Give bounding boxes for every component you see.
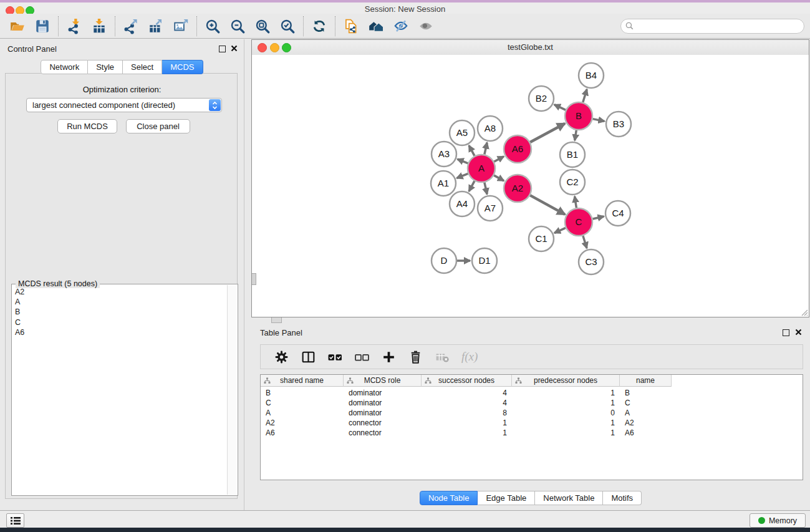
graph-edge-C-C3[interactable] <box>583 236 587 248</box>
mcds-result-item[interactable]: A6 <box>15 327 227 337</box>
export-table-icon[interactable] <box>148 18 164 34</box>
graph-edge-A2-C[interactable] <box>530 195 565 215</box>
show-eye-icon[interactable] <box>418 18 434 34</box>
graph-edge-A-A6[interactable] <box>494 157 504 162</box>
split-columns-icon[interactable] <box>301 349 316 365</box>
close-panel-button[interactable]: Close panel <box>126 119 190 133</box>
panel-divider[interactable] <box>244 39 244 510</box>
graph-node-B4[interactable]: B4 <box>579 63 604 88</box>
tab-motifs[interactable]: Motifs <box>603 491 642 505</box>
zoom-out-icon[interactable] <box>229 18 246 34</box>
table-cell[interactable]: dominator <box>344 409 422 417</box>
graph-edge-A-A8[interactable] <box>485 143 487 155</box>
table-cell[interactable]: B <box>620 389 672 397</box>
graph-edge-A-A3[interactable] <box>458 159 468 163</box>
duplicate-network-icon[interactable] <box>343 18 359 34</box>
graph-edge-A-A5[interactable] <box>469 145 475 156</box>
refresh-view-icon[interactable] <box>311 18 327 34</box>
import-network-icon[interactable] <box>66 18 82 34</box>
column-header-mcds-role[interactable]: MCDS role <box>344 375 422 387</box>
graph-node-C1[interactable]: C1 <box>529 226 554 251</box>
table-cell[interactable]: 1 <box>512 428 620 437</box>
mcds-result-item[interactable]: A2 <box>15 287 227 297</box>
splitter-handle-vertical[interactable] <box>252 273 256 285</box>
table-cell[interactable]: 1 <box>512 418 620 427</box>
table-cell[interactable]: dominator <box>344 389 422 397</box>
graph-edge-A-A2[interactable] <box>494 175 504 181</box>
table-cell[interactable]: 8 <box>422 409 512 417</box>
table-cell[interactable]: A <box>620 409 672 417</box>
tab-network-table[interactable]: Network Table <box>535 491 603 505</box>
function-builder-icon[interactable]: f(x) <box>461 350 478 364</box>
graph-node-A2[interactable]: A2 <box>504 175 531 202</box>
search-input[interactable] <box>634 21 804 32</box>
graph-node-A5[interactable]: A5 <box>450 120 475 145</box>
table-cell[interactable]: 1 <box>422 428 512 437</box>
graph-node-A4[interactable]: A4 <box>450 191 475 216</box>
graph-edge-C-C4[interactable] <box>593 216 604 219</box>
window-resize-grip[interactable] <box>799 307 808 316</box>
graph-node-A6[interactable]: A6 <box>504 135 531 163</box>
close-panel-icon[interactable] <box>231 45 238 52</box>
zoom-fit-icon[interactable] <box>254 18 271 34</box>
table-cell[interactable]: C <box>261 399 344 407</box>
graph-node-A[interactable]: A <box>468 155 495 182</box>
close-table-panel-icon[interactable] <box>795 329 802 336</box>
table-cell[interactable]: 4 <box>422 399 512 407</box>
table-cell[interactable]: connector <box>344 428 422 437</box>
tab-mcds[interactable]: MCDS <box>162 60 203 74</box>
task-history-button[interactable] <box>6 513 24 528</box>
graph-node-D[interactable]: D <box>432 248 456 273</box>
tab-edge-table[interactable]: Edge Table <box>478 491 535 505</box>
float-panel-icon[interactable] <box>219 46 226 52</box>
import-table-icon[interactable] <box>91 18 107 34</box>
memory-button[interactable]: Memory <box>750 513 806 528</box>
column-header-shared-name[interactable]: shared name <box>261 375 344 387</box>
column-header-name[interactable]: name <box>620 375 672 387</box>
delete-columns-icon[interactable] <box>408 349 423 365</box>
graph-node-B[interactable]: B <box>565 102 592 130</box>
table-cell[interactable]: 1 <box>512 399 620 407</box>
graph-edge-A6-B[interactable] <box>530 123 565 142</box>
optimization-criterion-dropdown[interactable]: largest connected component (directed) <box>26 98 222 112</box>
tab-select[interactable]: Select <box>123 60 162 74</box>
graph-edge-B-B4[interactable] <box>583 89 587 102</box>
table-cell[interactable]: 4 <box>422 389 512 397</box>
graph-node-A8[interactable]: A8 <box>478 116 503 141</box>
graph-node-B3[interactable]: B3 <box>606 112 631 137</box>
table-cell[interactable]: 0 <box>512 409 620 417</box>
export-network-icon[interactable] <box>123 18 139 34</box>
network-window-titlebar[interactable]: testGlobe.txt <box>252 40 809 56</box>
settings-gear-icon[interactable] <box>274 349 289 365</box>
home-layout-icon[interactable] <box>368 18 384 34</box>
graph-node-A3[interactable]: A3 <box>432 142 456 167</box>
table-cell[interactable]: connector <box>344 418 422 427</box>
tab-style[interactable]: Style <box>88 60 123 74</box>
table-cell[interactable]: 1 <box>512 389 620 397</box>
graph-edge-B-B3[interactable] <box>593 119 605 122</box>
column-header-successor-nodes[interactable]: successor nodes <box>422 375 512 387</box>
mcds-result-scrollbar[interactable] <box>227 285 237 495</box>
delete-table-icon[interactable] <box>435 349 450 365</box>
zoom-in-icon[interactable] <box>205 18 221 34</box>
table-cell[interactable]: A <box>261 409 344 417</box>
open-file-icon[interactable] <box>9 18 26 34</box>
graph-node-C4[interactable]: C4 <box>605 201 630 226</box>
save-session-icon[interactable] <box>34 18 51 34</box>
tab-network[interactable]: Network <box>41 60 88 74</box>
table-cell[interactable]: C <box>620 399 672 407</box>
graph-edge-A-A1[interactable] <box>456 173 468 178</box>
graph-edge-A-A7[interactable] <box>485 183 487 195</box>
table-cell[interactable]: A6 <box>261 428 344 437</box>
graph-node-A1[interactable]: A1 <box>431 171 456 196</box>
graph-node-A7[interactable]: A7 <box>478 196 503 221</box>
table-cell[interactable]: dominator <box>344 399 422 407</box>
mcds-result-item[interactable]: A <box>15 297 227 307</box>
graph-node-B1[interactable]: B1 <box>560 142 585 167</box>
tab-node-table[interactable]: Node Table <box>420 491 478 505</box>
network-canvas[interactable]: B4B2BB3A8A5A6A3B1AC2A1A2A4A7C4CC1DD1C3 <box>252 55 809 317</box>
run-mcds-button[interactable]: Run MCDS <box>57 119 117 133</box>
graph-node-C3[interactable]: C3 <box>579 249 604 274</box>
create-new-column-icon[interactable] <box>381 349 397 365</box>
table-cell[interactable]: A6 <box>620 428 672 437</box>
